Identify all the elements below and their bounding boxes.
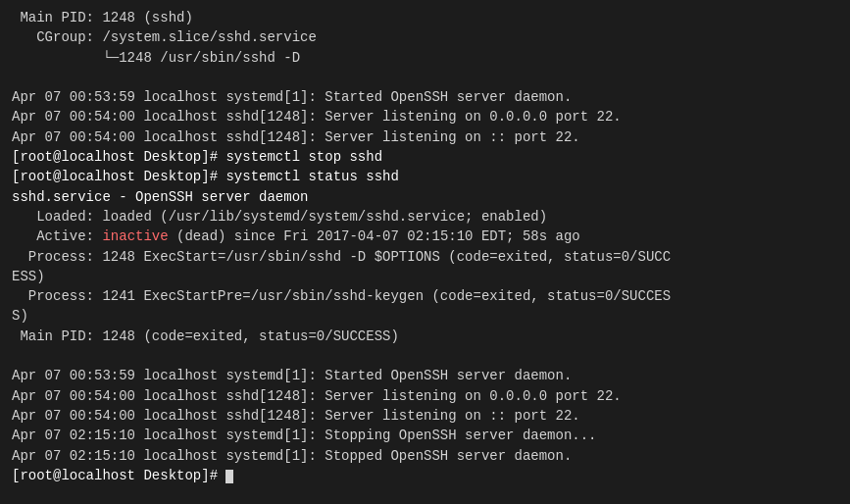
line-13b: ESS) [12,267,838,286]
line-12-active: Active: inactive (dead) since Fri 2017-0… [12,227,838,246]
line-6: Apr 07 00:54:00 localhost sshd[1248]: Se… [12,107,838,126]
line-8-prompt: [root@localhost Desktop]# systemctl stop… [12,147,838,167]
line-13: Process: 1248 ExecStart=/usr/sbin/sshd -… [12,247,838,267]
line-14b: S) [12,306,838,326]
line-5: Apr 07 00:53:59 localhost systemd[1]: St… [12,87,838,107]
inactive-status: inactive [102,228,168,244]
line-15: Main PID: 1248 (code=exited, status=0/SU… [12,327,838,346]
line-2: CGroup: /system.slice/sshd.service [12,27,838,47]
line-10: sshd.service - OpenSSH server daemon [12,187,838,207]
cursor-block [225,470,233,483]
line-1: Main PID: 1248 (sshd) [12,8,838,27]
line-21: Apr 07 02:15:10 localhost systemd[1]: St… [12,446,838,466]
line-blank-1 [12,68,838,87]
line-3: └─1248 /usr/sbin/sshd -D [12,48,838,68]
line-17: Apr 07 00:53:59 localhost systemd[1]: St… [12,366,838,385]
line-18: Apr 07 00:54:00 localhost sshd[1248]: Se… [12,386,838,406]
line-22-prompt-cursor: [root@localhost Desktop]# [12,466,838,485]
prompt-text: [root@localhost Desktop]# [12,468,225,483]
line-14: Process: 1241 ExecStartPre=/usr/sbin/ssh… [12,286,838,306]
line-11: Loaded: loaded (/usr/lib/systemd/system/… [12,207,838,227]
terminal-window[interactable]: Main PID: 1248 (sshd) CGroup: /system.sl… [0,0,850,504]
line-7: Apr 07 00:54:00 localhost sshd[1248]: Se… [12,127,838,147]
line-19: Apr 07 00:54:00 localhost sshd[1248]: Se… [12,406,838,426]
line-20: Apr 07 02:15:10 localhost systemd[1]: St… [12,426,838,445]
line-blank-2 [12,346,838,366]
line-9-prompt: [root@localhost Desktop]# systemctl stat… [12,167,838,186]
